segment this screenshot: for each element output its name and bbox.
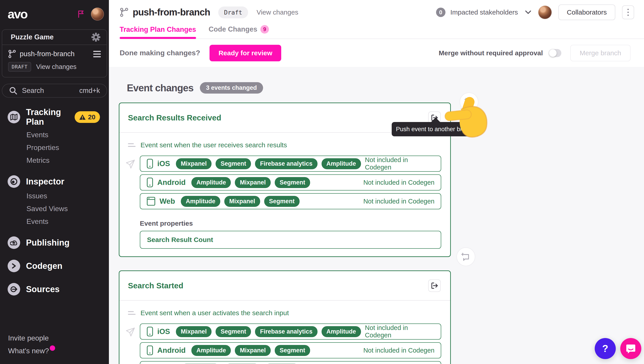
event-description: Event sent when the user receives search…: [141, 141, 287, 149]
platform-row-web[interactable]: Web Amplitude Mixpanel Segment Not inclu…: [140, 361, 441, 364]
description-icon: [128, 311, 136, 315]
merge-toggle-label: Merge without required approval: [439, 49, 543, 57]
impacted-stakeholders-label[interactable]: Impacted stakeholders: [450, 8, 518, 16]
search-placeholder: Search: [22, 87, 44, 95]
help-button[interactable]: ?: [595, 338, 616, 359]
send-icon: [126, 327, 135, 337]
ready-for-review-button[interactable]: Ready for review: [209, 45, 281, 61]
tag-pill: Firebase analytics: [255, 158, 317, 169]
mobile-icon: [147, 158, 153, 169]
flag-icon[interactable]: [78, 10, 85, 18]
whats-new-link[interactable]: What's new?: [8, 347, 49, 355]
events-changed-badge: 3 events changed: [200, 82, 263, 94]
event-description: Event sent when a user activates the sea…: [141, 309, 289, 317]
sidebar-item-metrics[interactable]: Metrics: [27, 156, 109, 164]
mobile-icon: [147, 326, 153, 337]
branch-panel: push-from-branch DRAFT View changes: [2, 44, 107, 78]
event-properties-label: Event properties: [140, 220, 441, 227]
warning-icon: [79, 114, 86, 120]
property-row[interactable]: Search Result Count: [140, 231, 441, 249]
tag-pill: Mixpanel: [224, 196, 260, 207]
platform-row-android[interactable]: Android Amplitude Mixpanel Segment Not i…: [140, 342, 441, 358]
send-icon: [126, 159, 135, 169]
tag-pill: Mixpanel: [235, 345, 271, 356]
platform-row-ios[interactable]: iOS Mixpanel Segment Firebase analytics …: [140, 324, 441, 340]
notification-dot: [50, 346, 55, 351]
tag-pill: Amplitude: [321, 326, 361, 337]
chat-bubble-icon: [625, 343, 636, 354]
tag-pill: Segment: [216, 326, 251, 337]
sidebar-item-events[interactable]: Events: [27, 131, 109, 139]
search-input[interactable]: Search cmd+k: [2, 84, 107, 98]
tag-pill: Firebase analytics: [255, 326, 317, 337]
top-header: push-from-branch Draft View changes 0 Im…: [109, 0, 644, 39]
sidebar-item-tracking-plan[interactable]: Tracking Plan 20: [8, 108, 109, 127]
branch-menu-icon[interactable]: [93, 51, 101, 57]
sidebar-item-publishing[interactable]: Publishing: [8, 236, 109, 249]
sidebar-item-properties[interactable]: Properties: [27, 144, 109, 152]
warning-count-badge: 20: [75, 111, 100, 123]
tag-pill: Segment: [264, 196, 299, 207]
codegen-status: Not included in Codegen: [363, 347, 435, 354]
map-icon: [8, 111, 20, 123]
event-card-search-started: Search Started Event sent when a user ac…: [119, 270, 451, 364]
chat-button[interactable]: [620, 338, 641, 359]
sidebar-item-inspector[interactable]: Inspector: [8, 175, 109, 188]
nav-label: Tracking Plan: [26, 108, 69, 127]
add-comment-button[interactable]: [456, 247, 475, 266]
invite-people-link[interactable]: Invite people: [8, 334, 49, 342]
collaborators-button[interactable]: Collaborators: [558, 4, 615, 20]
nav-tracking-plan-section: Tracking Plan 20 Events Properties Metri…: [0, 108, 109, 164]
nav-sources-section: Sources: [0, 283, 109, 296]
nav-inspector-section: Inspector Issues Saved Views Events: [0, 175, 109, 226]
avo-logo: avo: [8, 8, 27, 20]
mobile-icon: [147, 345, 153, 356]
impacted-count-badge: 0: [436, 8, 445, 17]
workspace-switcher[interactable]: Puzzle Game: [2, 29, 107, 44]
push-to-branch-button[interactable]: [428, 280, 441, 292]
nav-publishing-section: Publishing: [0, 236, 109, 249]
lens-icon: [8, 175, 20, 188]
chevron-down-icon[interactable]: [525, 10, 531, 14]
search-shortcut: cmd+k: [79, 87, 100, 95]
sidebar-item-codegen[interactable]: Codegen: [8, 260, 109, 272]
branch-action-bar: Done making changes? Ready for review Me…: [109, 39, 644, 67]
tag-pill: Mixpanel: [176, 158, 212, 169]
gear-icon[interactable]: [91, 32, 101, 42]
sidebar-item-issues[interactable]: Issues: [27, 192, 109, 200]
mobile-icon: [147, 177, 153, 188]
nav-label: Sources: [26, 284, 60, 294]
kebab-menu-button[interactable]: [622, 5, 634, 19]
sidebar-view-changes-link[interactable]: View changes: [36, 63, 76, 70]
tag-pill: Segment: [216, 158, 251, 169]
sidebar-item-inspector-events[interactable]: Events: [27, 217, 109, 226]
git-branch-icon: [120, 8, 129, 17]
nav-label: Publishing: [26, 238, 70, 248]
sidebar-item-saved-views[interactable]: Saved Views: [27, 204, 109, 213]
codegen-status: Not included in Codegen: [363, 198, 435, 205]
avatar[interactable]: [91, 8, 104, 20]
merge-approval-toggle[interactable]: [549, 49, 561, 57]
platform-row-android[interactable]: Android Amplitude Mixpanel Segment Not i…: [140, 174, 441, 190]
platform-row-web[interactable]: Web Amplitude Mixpanel Segment Not inclu…: [140, 193, 441, 209]
git-branch-icon: [8, 50, 16, 58]
tag-pill: Amplitude: [191, 177, 231, 188]
section-heading: Event changes: [127, 82, 194, 94]
arrow-circle-icon: [8, 283, 20, 296]
codegen-status: Not included in Codegen: [365, 324, 435, 339]
event-title[interactable]: Search Results Received: [128, 113, 221, 122]
search-icon: [9, 86, 18, 95]
nav-label: Codegen: [26, 261, 63, 271]
tab-code-changes[interactable]: Code Changes 9: [209, 25, 269, 38]
avatar[interactable]: [538, 6, 552, 19]
tag-pill: Amplitude: [181, 196, 220, 207]
view-changes-link[interactable]: View changes: [256, 8, 298, 16]
merge-branch-button[interactable]: Merge branch: [570, 45, 630, 61]
event-title[interactable]: Search Started: [128, 281, 183, 290]
sidebar-item-sources[interactable]: Sources: [8, 283, 109, 296]
sidebar-top: avo: [0, 0, 109, 28]
tab-tracking-plan-changes[interactable]: Tracking Plan Changes: [120, 26, 196, 38]
sidebar: avo Puzzle Game: [0, 0, 109, 364]
nav-label: Inspector: [26, 177, 64, 186]
platform-row-ios[interactable]: iOS Mixpanel Segment Firebase analytics …: [140, 156, 441, 172]
